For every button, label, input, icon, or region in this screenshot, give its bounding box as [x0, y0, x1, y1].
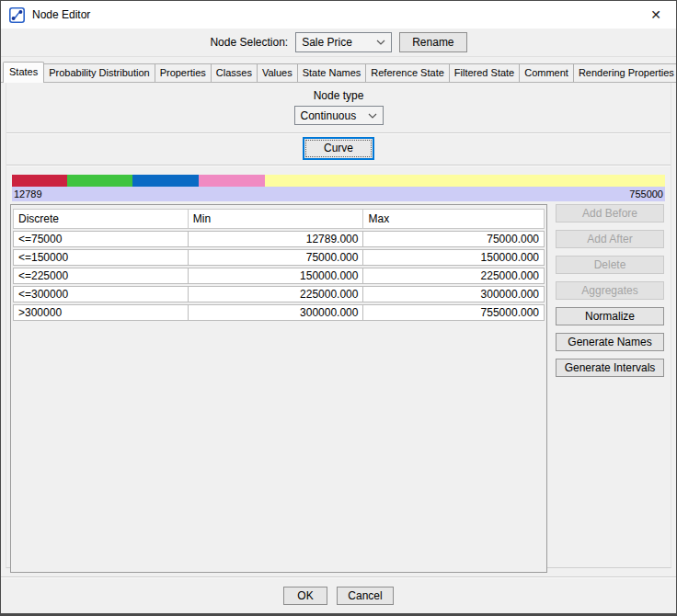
- tab-rendering-properties[interactable]: Rendering Properties: [573, 63, 677, 82]
- colorbar-section: 12789 755000: [6, 165, 671, 201]
- node-selection-value: Sale Price: [302, 36, 352, 49]
- cell-discrete[interactable]: <=300000: [13, 286, 189, 302]
- aggregates-button[interactable]: Aggregates: [556, 281, 664, 300]
- cell-discrete[interactable]: <=75000: [13, 231, 189, 247]
- window-title: Node Editor: [32, 8, 90, 21]
- node-selection-label: Node Selection:: [210, 36, 288, 49]
- normalize-button[interactable]: Normalize: [556, 307, 664, 325]
- footer-gap: [1, 568, 676, 576]
- tab-classes[interactable]: Classes: [211, 63, 258, 82]
- tab-filtered-state[interactable]: Filtered State: [449, 63, 520, 82]
- generate-intervals-button[interactable]: Generate Intervals: [556, 359, 664, 377]
- rename-button[interactable]: Rename: [399, 32, 466, 52]
- title-bar: Node Editor ✕: [1, 1, 676, 29]
- colorbar-segment: [67, 175, 133, 187]
- cell-min[interactable]: 150000.000: [189, 268, 364, 284]
- cell-discrete[interactable]: >300000: [13, 304, 189, 321]
- colorbar-segment: [12, 175, 67, 187]
- table-row[interactable]: >300000 300000.000 755000.000: [13, 304, 545, 321]
- node-type-section: Node type Continuous: [6, 83, 671, 133]
- tab-reference-state[interactable]: Reference State: [365, 63, 450, 82]
- table-row[interactable]: <=300000 225000.000 300000.000: [13, 286, 545, 302]
- cell-min[interactable]: 12789.000: [189, 231, 364, 247]
- node-selection-dropdown[interactable]: Sale Price: [295, 32, 392, 52]
- cell-max[interactable]: 75000.000: [363, 231, 545, 247]
- states-table-container[interactable]: Discrete Min Max <=75000 12789.000 75000…: [10, 204, 547, 573]
- add-before-button[interactable]: Add Before: [556, 204, 664, 222]
- tab-values[interactable]: Values: [257, 63, 298, 82]
- add-after-button[interactable]: Add After: [556, 230, 664, 248]
- app-network-icon: [9, 7, 25, 23]
- node-type-label: Node type: [6, 89, 671, 102]
- range-max-label: 755000: [629, 187, 663, 201]
- tab-state-names[interactable]: State Names: [297, 63, 367, 82]
- cell-min[interactable]: 225000.000: [189, 286, 364, 302]
- node-editor-dialog: Node Editor ✕ Node Selection: Sale Price…: [0, 0, 677, 616]
- curve-section: Curve: [6, 133, 671, 165]
- cell-min[interactable]: 300000.000: [189, 304, 364, 321]
- interval-colorbar: [12, 175, 665, 187]
- cell-max[interactable]: 150000.000: [363, 249, 545, 266]
- ok-button[interactable]: OK: [283, 587, 327, 605]
- states-table: Discrete Min Max <=75000 12789.000 75000…: [13, 207, 545, 323]
- table-row[interactable]: <=150000 75000.000 150000.000: [13, 249, 545, 266]
- tab-strip: States Probability Distribution Properti…: [1, 57, 676, 83]
- node-type-dropdown[interactable]: Continuous: [294, 106, 384, 125]
- colorbar-segment: [199, 175, 265, 187]
- chevron-down-icon: [368, 113, 377, 119]
- tab-states[interactable]: States: [3, 62, 44, 83]
- tab-probability-distribution[interactable]: Probability Distribution: [43, 63, 155, 82]
- tab-comment[interactable]: Comment: [519, 63, 574, 82]
- range-min-label: 12789: [14, 187, 42, 201]
- cell-discrete[interactable]: <=150000: [13, 249, 189, 266]
- node-type-value: Continuous: [301, 109, 357, 122]
- footer-bar: OK Cancel: [1, 576, 676, 613]
- chevron-down-icon: [376, 40, 385, 45]
- cell-max[interactable]: 225000.000: [363, 268, 545, 284]
- column-header-max: Max: [363, 209, 545, 229]
- colorbar-segment: [132, 175, 199, 187]
- generate-names-button[interactable]: Generate Names: [556, 333, 664, 351]
- node-selection-toolbar: Node Selection: Sale Price Rename: [1, 29, 676, 57]
- table-row[interactable]: <=75000 12789.000 75000.000: [13, 231, 545, 247]
- cancel-button[interactable]: Cancel: [337, 587, 394, 605]
- states-side-buttons: Add Before Add After Delete Aggregates N…: [556, 204, 664, 384]
- colorbar-segment: [265, 175, 665, 187]
- curve-button[interactable]: Curve: [303, 137, 374, 160]
- states-tab-panel: Node type Continuous Curve 12789 755000: [6, 83, 671, 568]
- cell-max[interactable]: 300000.000: [363, 286, 545, 302]
- table-row[interactable]: <=225000 150000.000 225000.000: [13, 268, 545, 284]
- close-icon[interactable]: ✕: [645, 6, 667, 23]
- curve-button-label: Curve: [305, 140, 372, 157]
- tab-properties[interactable]: Properties: [155, 63, 212, 82]
- cell-discrete[interactable]: <=225000: [13, 268, 189, 284]
- delete-button[interactable]: Delete: [556, 256, 664, 274]
- cell-max[interactable]: 755000.000: [363, 304, 545, 321]
- column-header-discrete: Discrete: [13, 209, 189, 229]
- colorbar-range-track: 12789 755000: [12, 187, 665, 201]
- table-header-row: Discrete Min Max: [13, 209, 545, 229]
- column-header-min: Min: [189, 209, 364, 229]
- cell-min[interactable]: 75000.000: [189, 249, 364, 266]
- states-main-row: Discrete Min Max <=75000 12789.000 75000…: [6, 201, 671, 573]
